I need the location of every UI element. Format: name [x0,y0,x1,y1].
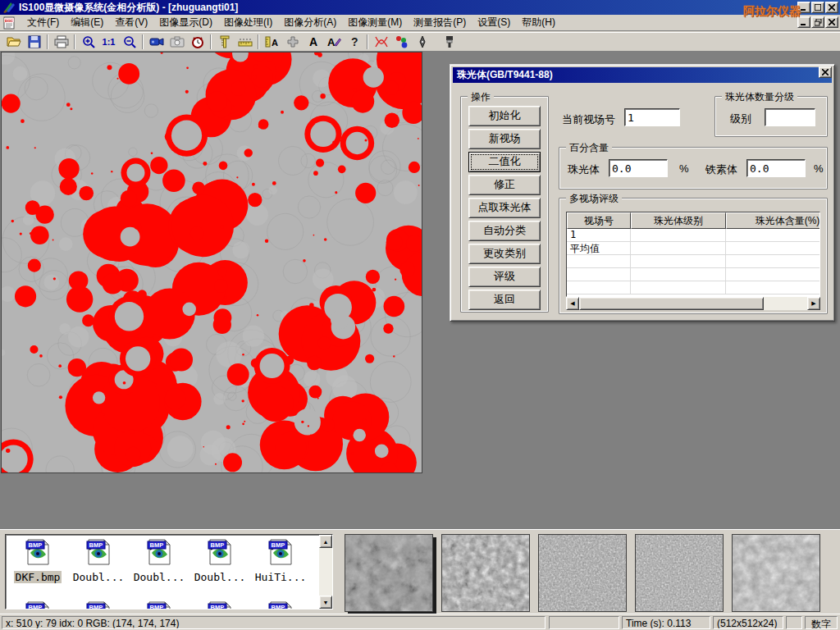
file-item[interactable]: BMPHuiTi... [250,538,311,584]
window-close-button[interactable] [825,2,838,13]
caliper-button[interactable] [214,34,235,51]
file-item[interactable]: BMP [68,600,129,609]
pearlite-input[interactable] [609,159,668,177]
menu-file[interactable]: 文件(F) [21,14,65,31]
toolbar-separator [210,34,212,49]
color-balls-icon [395,35,409,48]
curve-tool-button[interactable] [371,34,391,51]
menu-image-analysis[interactable]: 图像分析(A) [278,14,342,31]
col-level[interactable]: 珠光体级别 [631,212,726,229]
toolbar-separator [47,34,48,49]
table-row[interactable]: 1 0.0 [567,229,819,242]
actual-size-icon: 1:1 [103,37,116,47]
menu-view[interactable]: 查看(V) [109,14,153,31]
operation-group: 操作 初始化 新视场 二值化 修正 点取珠光体 自动分类 更改类别 评级 返回 [460,96,549,313]
auto-classify-button[interactable]: 自动分类 [468,221,541,241]
ferrite-percent-sign: % [814,162,824,175]
menu-edit[interactable]: 编辑(E) [65,14,109,31]
return-button[interactable]: 返回 [468,290,541,310]
scroll-thumb[interactable] [579,297,764,310]
text-button[interactable]: A [303,34,323,51]
timer-button[interactable] [187,34,208,51]
scroll-right-button[interactable]: ▶ [807,297,820,310]
text-edit-button[interactable]: A [323,34,344,51]
bmp-file-icon: BMP [24,555,52,568]
ruler-button[interactable] [235,34,255,51]
table-row[interactable]: 平均值 0.0 [567,242,819,255]
correct-button[interactable]: 修正 [468,175,541,195]
pen-tool-button[interactable] [412,34,432,51]
svg-text:BMP: BMP [150,604,164,609]
save-icon [28,35,41,48]
save-button[interactable] [24,34,44,51]
file-item[interactable]: BMPDoubl... [129,538,189,584]
dialog-close-button[interactable] [819,66,832,78]
multifield-table[interactable]: 视场号 珠光体级别 珠光体含量(%) 铁素体含量(%) 1 0.0 平均值 [566,212,820,297]
binarize-button[interactable]: 二值化 [468,152,541,172]
brush-tool-button[interactable] [439,34,459,51]
menu-image-measure[interactable]: 图像测量(M) [342,14,408,31]
thumbnail-1[interactable] [345,534,433,612]
photo-capture-button[interactable] [167,34,187,51]
svg-text:?: ? [351,35,358,48]
actual-size-button[interactable]: 1:1 [98,34,119,51]
window-minimize-button[interactable] [797,2,810,13]
mdi-close-button[interactable] [825,16,838,28]
file-browser[interactable]: BMPDKF.bmp BMPDoubl... BMPDoubl... BMPDo… [5,534,333,609]
svg-text:BMP: BMP [29,604,43,609]
level-input[interactable] [765,108,815,126]
init-button[interactable]: 初始化 [468,106,541,126]
change-class-button[interactable]: 更改类别 [468,244,541,264]
menu-settings[interactable]: 设置(S) [472,14,516,31]
file-browser-scrollbar[interactable]: ▲ ▼ [319,535,332,609]
pick-pearlite-button[interactable]: 点取珠光体 [468,198,541,218]
help-button[interactable]: ? [344,34,364,51]
zoom-out-button[interactable] [119,34,139,51]
zoom-in-icon [82,35,95,48]
file-item[interactable]: BMPDKF.bmp [7,538,68,584]
print-button[interactable] [51,34,71,51]
workspace: 珠光体(GB/T9441-88) 操作 初始化 新视场 二值化 修正 点取珠光体… [0,52,840,529]
operation-group-label: 操作 [468,90,494,104]
thumbnail-5[interactable] [732,534,820,612]
open-button[interactable] [3,34,24,51]
scroll-left-button[interactable]: ◀ [566,297,579,310]
window-maximize-button[interactable] [811,2,824,13]
thumbnail-2[interactable] [441,534,530,612]
rate-button[interactable]: 评级 [468,267,541,287]
menu-image-display[interactable]: 图像显示(D) [153,14,218,31]
status-position: x: 510 y: 79 idx: 0 RGB: (174, 174, 174) [2,616,546,629]
phase-colors-button[interactable] [391,34,412,51]
cell-level [631,242,726,254]
dialog-title-bar[interactable]: 珠光体(GB/T9441-88) [453,67,832,83]
toolbar-separator [258,34,259,49]
file-item[interactable]: BMP [189,600,250,609]
current-field-input[interactable] [624,108,680,126]
ferrite-input[interactable] [746,159,806,177]
cell-level [631,229,726,241]
scroll-up-button[interactable]: ▲ [319,535,332,548]
menu-help[interactable]: 帮助(H) [516,14,561,31]
file-item[interactable]: BMPDoubl... [189,538,250,584]
metallograph-image[interactable] [1,52,422,473]
new-field-button[interactable]: 新视场 [468,129,541,149]
table-horizontal-scrollbar[interactable]: ◀ ▶ [566,297,820,310]
thumbnail-4[interactable] [635,534,724,612]
bmp-file-icon: BMP [84,555,112,568]
move-button[interactable] [282,34,303,51]
col-pearlite[interactable]: 珠光体含量(%) [726,212,820,229]
zoom-in-button[interactable] [78,34,98,51]
scroll-down-button[interactable]: ▼ [319,596,332,609]
thumbnail-3[interactable] [538,534,627,612]
mdi-restore-button[interactable] [811,16,824,28]
file-item[interactable]: BMP [129,600,189,609]
col-field[interactable]: 视场号 [567,212,631,229]
file-item[interactable]: BMPDoubl... [68,538,129,584]
measure-label-button[interactable]: A [262,34,282,51]
menu-measure-report[interactable]: 测量报告(P) [408,14,472,31]
file-item[interactable]: BMP [7,600,68,609]
video-capture-button[interactable] [146,34,167,51]
menu-image-processing[interactable]: 图像处理(I) [218,14,278,31]
file-item[interactable]: BMP [250,600,311,609]
mdi-minimize-button[interactable] [797,16,810,28]
